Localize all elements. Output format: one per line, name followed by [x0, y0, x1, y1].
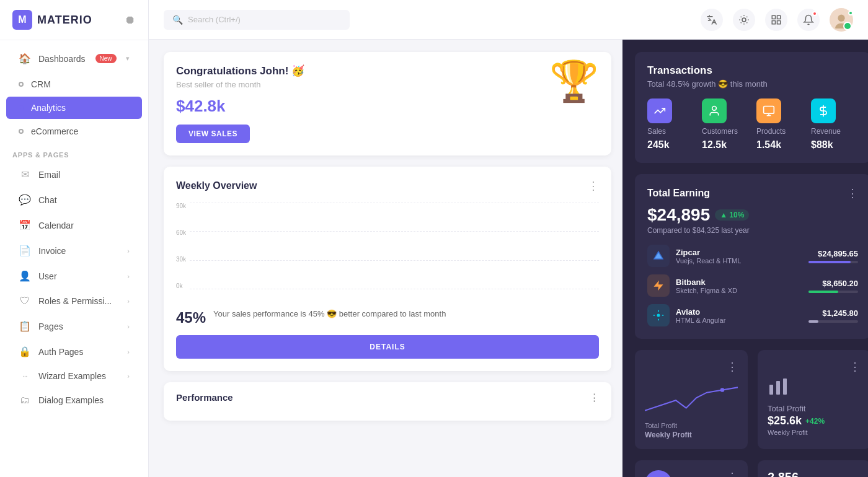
earning-item-aviato: Aviato HTML & Angular $1,245.80	[647, 304, 858, 326]
weekly-chart: 90k 60k 30k 0k	[176, 203, 599, 302]
sidebar-item-crm[interactable]: CRM	[6, 73, 142, 95]
sidebar-item-chat[interactable]: 💬 Chat	[6, 188, 142, 212]
analytics-label: Analytics	[31, 103, 66, 113]
tx-item-sales: Sales 245k	[647, 98, 694, 151]
congrats-content: Congratulations John! 🥳 Best seller of t…	[176, 64, 599, 143]
user-avatar-wrapper[interactable]	[830, 8, 853, 32]
svg-point-14	[720, 388, 725, 392]
customers-label: Customers	[702, 127, 749, 136]
invoice-icon: 📄	[19, 245, 31, 256]
online-status-dot	[848, 11, 853, 15]
dot-icon-crm	[19, 82, 24, 87]
sidebar-item-roles[interactable]: 🛡 Roles & Permissi... ›	[6, 289, 142, 313]
sidebar-record-icon[interactable]: ⏺	[125, 14, 136, 27]
details-button[interactable]: DETAILS	[176, 335, 599, 359]
profit-line-chart	[645, 376, 738, 419]
sidebar: M MATERIO ⏺ 🏠 Dashboards New ▾ CRM Analy…	[0, 0, 149, 477]
sidebar-item-pages[interactable]: 📋 Pages ›	[6, 314, 142, 338]
sidebar-item-analytics[interactable]: Analytics	[6, 97, 142, 119]
profit-value-row: $25.6k +42%	[768, 414, 861, 427]
svg-point-13	[657, 314, 660, 317]
svg-rect-1	[772, 15, 775, 19]
weekly-title: Weekly Overview	[176, 180, 257, 191]
aviato-progress-wrap	[808, 320, 858, 323]
np-menu-button[interactable]: ⋮	[727, 470, 738, 477]
svg-rect-16	[776, 381, 780, 395]
performance-card: Performance ⋮	[164, 382, 611, 421]
chevron-icon-wizard: ›	[127, 372, 130, 380]
performance-title: Performance	[176, 392, 233, 403]
view-sales-button[interactable]: VIEW SALES	[176, 125, 250, 143]
sidebar-item-user[interactable]: 👤 User ›	[6, 264, 142, 288]
email-icon: ✉	[19, 168, 31, 180]
chevron-icon-invoice: ›	[127, 247, 130, 255]
aviato-amount: $1,245.80	[808, 309, 858, 318]
sidebar-item-dashboards[interactable]: 🏠 Dashboards New ▾	[6, 46, 142, 71]
y-label-90k: 90k	[176, 203, 186, 209]
auth-label: Auth Pages	[38, 347, 83, 357]
svg-rect-4	[777, 20, 781, 24]
svg-rect-15	[769, 385, 773, 395]
dot-icon-analytics	[19, 105, 24, 110]
sidebar-item-calendar[interactable]: 📅 Calendar	[6, 213, 142, 237]
y-label-30k: 30k	[176, 256, 186, 263]
profit-badge: +42%	[805, 417, 825, 426]
zipcar-sub: Vuejs, React & HTML	[676, 257, 802, 265]
transactions-title: Transactions	[647, 64, 858, 77]
profit-cards-row: ⋮ Total Profit Weekly Profit	[635, 350, 868, 449]
total-profit-title: Total Profit	[768, 404, 861, 413]
notifications-button[interactable]	[797, 9, 820, 31]
weekly-menu-button[interactable]: ⋮	[588, 179, 599, 193]
weekly-profit-label: Weekly Profit	[645, 431, 692, 439]
app-name: MATERIO	[37, 14, 92, 27]
zipcar-name: Zipcar	[676, 248, 802, 257]
theme-toggle-button[interactable]	[733, 9, 755, 31]
zipcar-progress-bar	[808, 261, 851, 263]
total-profit-big-label	[768, 376, 861, 401]
page-content: Congratulations John! 🥳 Best seller of t…	[149, 40, 868, 477]
chat-icon: 💬	[19, 194, 31, 206]
zipcar-amount: $24,895.65	[808, 249, 858, 258]
email-label: Email	[38, 170, 60, 180]
total-earning-card: Total Earning ⋮ $24,895 ▲ 10% Compared t…	[635, 174, 868, 339]
translate-button[interactable]	[701, 9, 723, 31]
congrats-subtitle: Best seller of the month	[176, 80, 599, 89]
sidebar-item-auth[interactable]: 🔒 Auth Pages ›	[6, 339, 142, 364]
te-growth-badge: ▲ 10%	[715, 209, 749, 221]
earning-list: Zipcar Vuejs, React & HTML $24,895.65	[647, 245, 858, 326]
ecommerce-label: eCommerce	[31, 126, 78, 136]
svg-point-5	[838, 14, 844, 21]
tp-value-menu-button[interactable]: ⋮	[849, 361, 861, 373]
bitbank-progress-bar	[808, 291, 838, 293]
dialog-icon: 🗂	[19, 395, 31, 406]
shield-icon: 🛡	[19, 295, 31, 307]
grid-view-button[interactable]	[765, 9, 787, 31]
search-bar[interactable]: 🔍 Search (Ctrl+/)	[164, 10, 350, 30]
zipcar-progress-wrap	[808, 261, 858, 263]
profit-sub-label: Weekly Profit	[768, 429, 861, 436]
performance-menu-button[interactable]: ⋮	[590, 392, 599, 403]
search-icon: 🔍	[172, 15, 183, 25]
products-icon-wrap	[756, 98, 781, 123]
total-profit-value-card: ⋮ Total Profit $25.6k +42%	[758, 350, 868, 449]
customers-icon-wrap	[702, 98, 727, 123]
sidebar-item-ecommerce[interactable]: eCommerce	[6, 120, 142, 142]
total-profit-label: Total Profit	[645, 422, 738, 429]
sidebar-item-wizard[interactable]: ··· Wizard Examples ›	[6, 365, 142, 387]
invoice-label: Invoice	[38, 246, 66, 256]
sidebar-item-invoice[interactable]: 📄 Invoice ›	[6, 239, 142, 263]
bitbank-right: $8,650.20	[808, 279, 858, 293]
tx-item-products: Products 1.54k	[756, 98, 804, 151]
sales-value: 245k	[647, 139, 694, 151]
te-header: Total Earning ⋮	[647, 186, 858, 200]
zipcar-right: $24,895.65	[808, 249, 858, 263]
search-placeholder: Search (Ctrl+/)	[188, 15, 241, 24]
tp-menu-button[interactable]: ⋮	[727, 360, 738, 374]
earning-item-bitbank: Bitbank Sketch, Figma & XD $8,650.20	[647, 274, 858, 297]
revenue-number: 2,856	[768, 470, 861, 477]
te-compare: Compared to $84,325 last year	[647, 226, 858, 235]
sidebar-item-email[interactable]: ✉ Email	[6, 162, 142, 186]
tp-values: Weekly Profit	[645, 431, 738, 439]
sidebar-item-dialog[interactable]: 🗂 Dialog Examples	[6, 388, 142, 412]
te-menu-button[interactable]: ⋮	[847, 186, 858, 200]
